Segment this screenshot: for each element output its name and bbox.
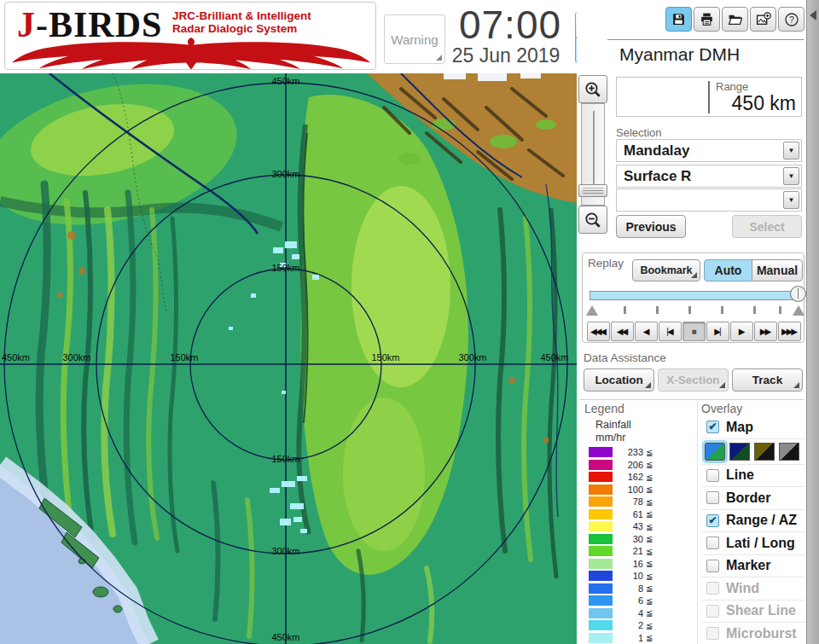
radar-map-display[interactable]: 450km 300km 150km 150km 300km 450km 450k… — [0, 73, 577, 644]
zoom-in-icon — [584, 80, 602, 99]
chevron-down-icon[interactable]: ▼ — [783, 191, 799, 209]
legend-lte-symbol: ≦ — [646, 608, 653, 618]
legend-color-swatch — [589, 595, 613, 606]
svg-text:450km: 450km — [271, 632, 299, 642]
svg-text:150km: 150km — [170, 352, 198, 363]
svg-text:?: ? — [789, 14, 794, 24]
legend-color-swatch — [589, 484, 613, 495]
legend-row: 43≦ — [589, 520, 691, 533]
x-section-button[interactable]: X-Section — [658, 368, 729, 392]
product-dropdown[interactable]: Surface R ▼ — [616, 165, 802, 188]
fast-forward-button[interactable]: ▶▶▶ — [778, 322, 801, 341]
rain-echo — [282, 391, 286, 394]
step-back-button[interactable]: |◀ — [659, 322, 682, 341]
rain-echo — [300, 529, 307, 533]
chevron-down-icon[interactable]: ▼ — [783, 142, 799, 160]
checkbox-icon[interactable] — [706, 582, 719, 595]
open-folder-button[interactable] — [722, 7, 748, 32]
checkbox-icon[interactable] — [706, 491, 719, 504]
play-back-button[interactable]: ◀ — [635, 322, 658, 341]
toolbar: ? — [665, 7, 804, 32]
replay-slider-handle[interactable] — [790, 286, 806, 302]
data-assistance-label: Data Assistance — [584, 351, 666, 364]
overlay-item-label: Shear Line — [726, 603, 796, 618]
legend-value: 100 — [613, 484, 643, 495]
checkbox-icon[interactable]: ✔ — [706, 421, 719, 433]
legend-value: 8 — [613, 583, 643, 594]
map-style-swatch[interactable] — [779, 443, 799, 461]
add-image-button[interactable] — [750, 7, 776, 32]
product-dropdown-value: Surface R — [624, 168, 691, 185]
warning-button[interactable]: Warning — [384, 15, 445, 64]
overlay-row-shear-line[interactable]: Shear Line — [701, 600, 805, 624]
checkbox-icon[interactable]: ✔ — [706, 514, 719, 527]
overlay-row-wind[interactable]: Wind — [701, 577, 805, 600]
checkbox-icon[interactable] — [706, 627, 719, 640]
overlay-row-marker[interactable]: Marker — [701, 555, 805, 578]
zoom-slider-handle[interactable] — [578, 184, 607, 197]
help-button[interactable]: ? — [778, 7, 804, 32]
legend-value: 2 — [613, 620, 643, 630]
legend-value: 6 — [613, 595, 643, 606]
step-forward-button[interactable]: ▶| — [706, 322, 729, 341]
chevron-down-icon[interactable]: ▼ — [783, 167, 799, 185]
manual-replay-button[interactable]: Manual — [752, 259, 803, 281]
overlay-row-border[interactable]: Border — [701, 487, 805, 510]
legend-lte-symbol: ≦ — [646, 596, 653, 606]
stop-button[interactable]: ■ — [682, 322, 706, 341]
location-button[interactable]: Location — [584, 368, 654, 392]
checkbox-icon[interactable] — [706, 560, 719, 572]
jbirds-application: J-BIRDS JRC-Brilliant & Intelligent Rada… — [0, 0, 819, 644]
previous-button[interactable]: Previous — [616, 215, 686, 238]
help-icon: ? — [784, 12, 799, 27]
control-panel: ? Myanmar DMH Range 450 km Selection Man… — [577, 0, 819, 644]
forward-button[interactable]: ▶▶ — [754, 322, 777, 341]
legend-lte-symbol: ≦ — [646, 497, 653, 507]
section-separator — [580, 399, 804, 400]
add-image-icon — [756, 12, 771, 27]
overlay-row-range-az[interactable]: ✔Range / AZ — [701, 510, 805, 533]
checkbox-icon[interactable] — [706, 605, 719, 618]
print-button[interactable] — [694, 7, 720, 32]
rain-echo — [285, 241, 297, 248]
range-display: Range 450 km — [616, 77, 802, 117]
panel-separator — [607, 39, 804, 40]
site-dropdown[interactable]: Mandalay ▼ — [616, 139, 802, 162]
select-button[interactable]: Select — [732, 215, 802, 238]
zoom-in-button[interactable] — [578, 75, 607, 103]
map-style-swatch[interactable] — [729, 443, 750, 461]
legend-row: 4≦ — [589, 607, 691, 620]
checkbox-icon[interactable] — [706, 469, 719, 482]
play-button[interactable]: ▶ — [730, 322, 753, 341]
range-divider — [708, 81, 710, 113]
open-folder-icon — [728, 12, 742, 26]
track-button[interactable]: Track — [732, 368, 803, 392]
legend-value: 1 — [613, 633, 643, 643]
rain-echo — [293, 517, 302, 522]
print-icon — [700, 12, 714, 26]
overlay-row-map[interactable]: ✔Map — [701, 416, 805, 439]
bookmark-button[interactable]: Bookmark — [632, 259, 700, 281]
auto-replay-button[interactable]: Auto — [704, 259, 752, 281]
overlay-row-line[interactable]: Line — [701, 465, 805, 488]
zoom-out-button[interactable] — [578, 206, 607, 234]
overlay-item-label: Marker — [726, 558, 770, 573]
rewind-button[interactable]: ◀◀ — [611, 322, 634, 341]
overlay-row-microburst[interactable]: Microburst — [701, 623, 805, 644]
overlay-row-lati-long[interactable]: Lati / Long — [701, 532, 805, 555]
replay-timeline-slider[interactable] — [590, 291, 799, 300]
legend-lte-symbol: ≦ — [646, 547, 653, 556]
save-button[interactable] — [665, 7, 692, 32]
extra-dropdown[interactable]: ▼ — [616, 189, 802, 212]
svg-text:300km: 300km — [271, 546, 299, 556]
fast-rewind-button[interactable]: ◀◀◀ — [587, 322, 610, 341]
legend-row: 100≦ — [589, 484, 691, 496]
map-style-swatch[interactable] — [705, 443, 725, 461]
map-style-swatch[interactable] — [754, 443, 775, 461]
checkbox-icon[interactable] — [706, 537, 719, 549]
panel-edge-strip[interactable] — [806, 0, 819, 644]
range-label: Range — [716, 80, 748, 93]
legend-lte-symbol: ≦ — [646, 448, 653, 457]
legend-value: 4 — [613, 608, 643, 618]
collapse-panel-icon[interactable] — [810, 10, 816, 20]
